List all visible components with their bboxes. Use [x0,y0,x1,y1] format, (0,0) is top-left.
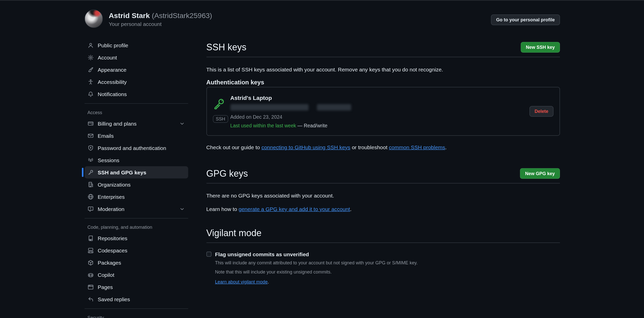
sidebar-item-codespaces[interactable]: Codespaces [84,245,188,257]
new-ssh-key-button[interactable]: New SSH key [521,42,560,53]
sidebar-divider [84,309,188,309]
sidebar-item-appearance[interactable]: Appearance [84,64,188,76]
sidebar-item-label: Copilot [98,272,114,278]
sidebar-section-label-access: Access [84,107,188,117]
sidebar-item-ssh-and-gpg-keys[interactable]: SSH and GPG keys [84,166,188,178]
sidebar-section-label-code-planning-and-automation: Code, planning, and automation [84,222,188,232]
account-name: Astrid Stark [109,11,150,19]
shield-lock-icon [87,145,93,151]
vigilant-description-1: This will include any commit attributed … [215,259,418,266]
gpg-learn-text: Learn how to generate a GPG key and add … [206,205,560,213]
copilot-icon [87,272,93,278]
mail-icon [87,133,93,139]
ssh-key-last-used: Last used within the last week [230,123,296,129]
sidebar-item-saved-replies[interactable]: Saved replies [84,293,188,306]
sidebar-item-password-and-authentication[interactable]: Password and authentication [84,142,188,154]
account-subtitle: Your personal account [109,21,212,27]
sidebar-item-label: Account [98,55,117,61]
sidebar-item-label: Pages [98,284,113,290]
sidebar-item-label: Codespaces [98,248,127,254]
sidebar-item-pages[interactable]: Pages [84,281,188,293]
avatar [84,10,103,28]
sidebar-item-label: Billing and plans [98,120,137,127]
sidebar-item-label: Appearance [98,67,126,73]
sidebar-item-label: Saved replies [98,296,130,302]
new-gpg-key-button[interactable]: New GPG key [520,168,560,179]
sidebar-item-label: Public profile [98,42,128,49]
ssh-key-name: Astrid's Laptop [230,94,530,102]
accessibility-icon [87,79,93,85]
vigilant-mode-title: Vigilant mode [206,227,261,239]
gpg-empty-state: There are no GPG keys associated with yo… [206,192,560,200]
sidebar-item-notifications[interactable]: Notifications [84,88,188,100]
gear-icon [87,55,93,61]
ssh-keys-title: SSH keys [206,42,246,53]
settings-main: SSH keys New SSH key This is a list of S… [206,39,560,318]
sidebar-item-billing-and-plans[interactable]: Billing and plans [84,117,188,130]
ssh-key-access-level: Read/write [304,123,327,129]
bell-icon [87,91,93,97]
account-identity: Astrid Stark (AstridStark25963) [109,11,212,20]
sidebar-item-public-profile[interactable]: Public profile [84,39,188,52]
sidebar-item-label: Enterprises [98,194,125,200]
vigilant-mode-form: Flag unsigned commits as unverified This… [206,251,560,285]
globe-icon [87,194,93,200]
sidebar-item-label: Packages [98,260,121,266]
ssh-guide-link[interactable]: connecting to GitHub using SSH keys [261,144,350,150]
gpg-keys-section-head: GPG keys New GPG key [206,168,560,184]
sidebar-item-label: Notifications [98,91,127,97]
credit-card-icon [87,120,93,127]
ssh-key-icon [213,98,225,111]
package-icon [87,260,93,266]
ssh-key-added-date: Added on Dec 23, 2024 [230,114,530,120]
sidebar-item-label: Accessibility [98,79,127,85]
sidebar-item-repositories[interactable]: Repositories [84,232,188,245]
vigilant-description-2: Note that this will include your existin… [215,268,418,275]
person-icon [87,42,93,49]
delete-ssh-key-button[interactable]: Delete [530,106,553,117]
vigilant-learn-link[interactable]: Learn about vigilant mode [215,279,268,284]
ssh-keys-section-head: SSH keys New SSH key [206,42,560,57]
redacted-block [230,104,309,111]
vigilant-learn-text: Learn about vigilant mode. [215,278,418,285]
repo-icon [87,235,93,241]
gpg-learn-link[interactable]: generate a GPG key and add it to your ac… [239,206,350,212]
ssh-key-row: SSH Astrid's Laptop Added on Dec 23, 202… [206,87,560,136]
report-icon [87,206,93,212]
settings-sidebar: Public profileAccountAppearanceAccessibi… [84,39,188,318]
sidebar-item-organizations[interactable]: Organizations [84,178,188,191]
chevron-down-icon [179,120,185,127]
key-icon [87,169,93,175]
window-top-edge [0,0,644,1]
broadcast-icon [87,157,93,163]
sidebar-item-sessions[interactable]: Sessions [84,154,188,166]
sidebar-item-label: Organizations [98,181,131,188]
settings-page: Astrid Stark (AstridStark25963) Your per… [0,0,644,318]
ssh-problems-link[interactable]: common SSH problems [389,144,445,150]
profile-header: Astrid Stark (AstridStark25963) Your per… [84,0,560,28]
codespaces-icon [87,248,93,254]
reply-icon [87,296,93,302]
ssh-keys-description: This is a list of SSH keys associated wi… [206,66,560,73]
ssh-key-fingerprint-redacted [230,104,530,111]
paintbrush-icon [87,67,93,73]
sidebar-item-accessibility[interactable]: Accessibility [84,76,188,88]
vigilant-mode-section-head: Vigilant mode [206,227,560,243]
sidebar-item-copilot[interactable]: Copilot [84,269,188,281]
chevron-down-icon [179,206,185,212]
sidebar-item-enterprises[interactable]: Enterprises [84,191,188,203]
sidebar-item-account[interactable]: Account [84,52,188,64]
sidebar-divider [84,218,188,219]
sidebar-item-label: Sessions [98,157,119,163]
ssh-guide-text: Check out our guide to connecting to Git… [206,143,560,151]
sidebar-item-label: Repositories [98,235,127,241]
sidebar-item-label: SSH and GPG keys [98,169,146,175]
flag-unsigned-commits-checkbox[interactable] [206,252,211,257]
vigilant-checkbox-label[interactable]: Flag unsigned commits as unverified [215,251,418,258]
sidebar-item-packages[interactable]: Packages [84,257,188,269]
go-to-profile-button[interactable]: Go to your personal profile [491,14,560,25]
organization-icon [87,181,93,188]
sidebar-item-emails[interactable]: Emails [84,130,188,142]
sidebar-item-label: Password and authentication [98,145,166,151]
sidebar-item-moderation[interactable]: Moderation [84,203,188,215]
